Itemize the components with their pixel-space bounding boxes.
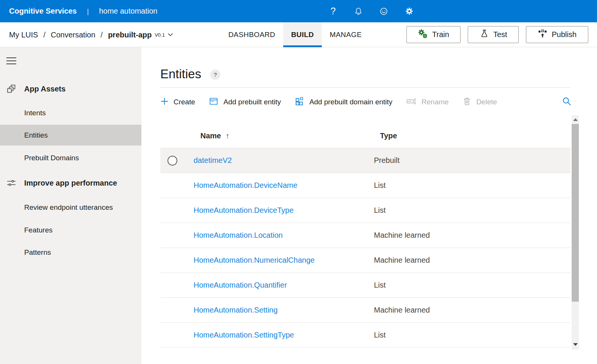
topbar-icon-group: ?: [328, 0, 414, 22]
nav-action-buttons: Train Test Publish: [406, 26, 588, 43]
sidebar-item-patterns[interactable]: Patterns: [0, 245, 141, 260]
smiley-icon[interactable]: [379, 6, 389, 16]
section-app-assets: App Assets: [0, 83, 141, 94]
sidebar: App Assets Intents Entities Prebuilt Dom…: [0, 47, 141, 364]
archive-box-icon: [209, 96, 219, 108]
main-tabs: DASHBOARD BUILD MANAGE: [220, 22, 370, 47]
vertical-scrollbar[interactable]: [572, 115, 579, 350]
test-label: Test: [493, 30, 507, 39]
sliders-icon: [6, 178, 16, 187]
help-badge[interactable]: ?: [210, 70, 220, 80]
sidebar-item-entities[interactable]: Entities: [0, 125, 141, 146]
table-header: Name↑ Type: [160, 125, 571, 148]
gears-icon: [418, 29, 428, 41]
tab-dashboard[interactable]: DASHBOARD: [220, 22, 283, 47]
search-icon[interactable]: [562, 96, 572, 108]
entity-link[interactable]: HomeAutomation.Setting: [194, 306, 278, 314]
tab-build[interactable]: BUILD: [283, 22, 322, 47]
entities-table: Name↑ Type datetimeV2 Prebuilt HomeAutom…: [160, 125, 571, 347]
entity-link[interactable]: HomeAutomation.Location: [194, 231, 283, 239]
stacked-squares-icon: [6, 84, 16, 94]
sidebar-item-intents[interactable]: Intents: [0, 105, 141, 121]
entity-link[interactable]: HomeAutomation.SettingType: [194, 331, 294, 339]
main-content: Entities ? Create Add prebuilt entity: [141, 47, 597, 364]
entity-link[interactable]: HomeAutomation.Quantifier: [194, 281, 287, 289]
entity-type: List: [374, 206, 571, 215]
entity-type: List: [374, 181, 571, 190]
column-header-type[interactable]: Type: [380, 132, 397, 140]
entity-link[interactable]: HomeAutomation.DeviceType: [194, 206, 294, 214]
train-label: Train: [432, 30, 449, 39]
brand-divider: |: [87, 7, 89, 15]
sidebar-item-prebuilt-domains[interactable]: Prebuilt Domains: [0, 150, 141, 166]
rename-button[interactable]: Rename: [406, 96, 449, 108]
row-radio-button[interactable]: [167, 156, 177, 166]
breadcrumb-app-name[interactable]: prebuilt-app: [108, 31, 152, 39]
top-app-bar: Cognitive Services | home automation ?: [0, 0, 597, 22]
trash-icon: [462, 96, 471, 108]
entity-type: Machine learned: [374, 231, 571, 240]
breadcrumb-my-luis[interactable]: My LUIS: [9, 31, 38, 39]
hamburger-menu-icon[interactable]: [6, 57, 16, 64]
help-icon[interactable]: ?: [328, 6, 338, 16]
entity-type: Machine learned: [374, 256, 571, 265]
entities-toolbar: Create Add prebuilt entity: [160, 93, 555, 112]
table-row[interactable]: HomeAutomation.NumericalChange Machine l…: [160, 248, 571, 273]
app-nav-bar: My LUIS / Conversation / prebuilt-app V0…: [0, 22, 597, 47]
app-name: home automation: [99, 7, 158, 15]
entity-link[interactable]: HomeAutomation.NumericalChange: [194, 256, 315, 264]
add-prebuilt-entity-button[interactable]: Add prebuilt entity: [209, 96, 281, 108]
sidebar-item-review-endpoint-utterances[interactable]: Review endpoint utterances: [0, 200, 141, 215]
column-header-name[interactable]: Name↑: [200, 132, 229, 140]
sidebar-item-features[interactable]: Features: [0, 223, 141, 238]
breadcrumb-separator: /: [43, 31, 46, 39]
table-row[interactable]: HomeAutomation.Location Machine learned: [160, 223, 571, 248]
section-title: Improve app performance: [24, 179, 117, 187]
entity-type: List: [374, 281, 571, 290]
add-prebuilt-domain-entity-button[interactable]: Add prebuilt domain entity: [295, 96, 392, 108]
entity-link[interactable]: datetimeV2: [194, 156, 232, 164]
table-row[interactable]: HomeAutomation.Setting Machine learned: [160, 297, 571, 322]
table-row[interactable]: datetimeV2 Prebuilt: [160, 148, 571, 173]
table-row[interactable]: HomeAutomation.Quantifier List: [160, 273, 571, 297]
breadcrumb-separator: /: [101, 31, 103, 39]
table-row[interactable]: HomeAutomation.DeviceType List: [160, 198, 571, 223]
test-button[interactable]: Test: [468, 26, 519, 43]
page-title: Entities: [160, 67, 201, 81]
delete-button[interactable]: Delete: [462, 96, 497, 108]
publish-button[interactable]: Publish: [526, 26, 588, 43]
gear-icon[interactable]: [404, 6, 414, 16]
divider: [160, 87, 571, 88]
chevron-down-icon[interactable]: [167, 33, 173, 37]
section-title: App Assets: [24, 85, 65, 93]
grid-squares-icon: [295, 96, 304, 108]
section-improve-app-performance: Improve app performance: [0, 177, 141, 189]
table-row[interactable]: HomeAutomation.DeviceName List: [160, 173, 571, 198]
train-button[interactable]: Train: [406, 26, 461, 43]
breadcrumb: My LUIS / Conversation / prebuilt-app V0…: [9, 22, 173, 47]
sort-ascending-icon: ↑: [225, 132, 229, 140]
entity-type: Machine learned: [374, 306, 571, 314]
plus-icon: [160, 97, 169, 107]
flask-icon: [479, 29, 489, 40]
bell-icon[interactable]: [354, 6, 363, 16]
scrollbar-thumb[interactable]: [572, 124, 579, 302]
entity-type: Prebuilt: [374, 156, 571, 165]
tab-manage[interactable]: MANAGE: [322, 22, 370, 47]
create-button[interactable]: Create: [160, 97, 195, 107]
publish-label: Publish: [552, 30, 577, 39]
brand-title: Cognitive Services: [9, 7, 77, 15]
entity-type: List: [374, 331, 571, 339]
scroll-down-arrow-icon[interactable]: [572, 340, 579, 349]
scroll-up-arrow-icon[interactable]: [572, 115, 579, 124]
breadcrumb-conversation[interactable]: Conversation: [51, 31, 95, 39]
entity-link[interactable]: HomeAutomation.DeviceName: [194, 181, 298, 189]
table-row[interactable]: HomeAutomation.SettingType List: [160, 322, 571, 347]
version-label: V0.1: [155, 32, 165, 38]
publish-icon: [538, 29, 547, 40]
rename-icon: [406, 96, 417, 108]
